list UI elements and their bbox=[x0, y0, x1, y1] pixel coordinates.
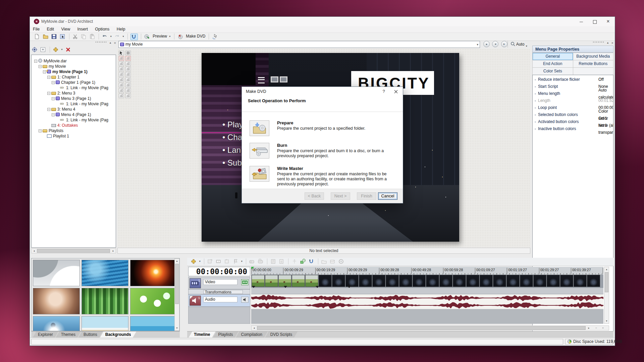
back-button[interactable]: < Back bbox=[305, 192, 324, 200]
background-thumbnail-blue-water[interactable] bbox=[82, 260, 128, 286]
align-tool-icon[interactable] bbox=[119, 72, 124, 77]
fit-to-time-button[interactable] bbox=[291, 258, 298, 264]
open-media-folder-button[interactable] bbox=[321, 258, 328, 264]
tab-backgrounds[interactable]: Backgrounds bbox=[100, 331, 137, 338]
scroll-right-icon[interactable]: ▸ bbox=[586, 326, 591, 330]
tree-item[interactable]: −Menu 4 (Page 1) bbox=[33, 112, 116, 117]
tree-item[interactable]: 1: Link - my Movie (Pag bbox=[33, 101, 116, 107]
dialog-close-button[interactable] bbox=[390, 87, 401, 96]
preview-dropdown-icon[interactable]: ▾ bbox=[169, 35, 170, 38]
overview-mode-icon[interactable] bbox=[32, 47, 38, 53]
help-pointer-icon[interactable] bbox=[212, 34, 218, 40]
tree-item[interactable]: −3: Menu 4 bbox=[33, 107, 116, 112]
new-project-button[interactable] bbox=[34, 34, 41, 40]
prepare-option[interactable]: Prepare bbox=[277, 120, 293, 125]
project-tree-hscrollbar[interactable]: ◂ ▸ bbox=[31, 248, 116, 253]
add-item-button[interactable] bbox=[53, 47, 59, 53]
copy-button[interactable] bbox=[80, 34, 87, 40]
align-tool-icon[interactable] bbox=[125, 88, 131, 93]
open-project-button[interactable] bbox=[43, 34, 49, 40]
zoom-control[interactable]: Auto ▾ bbox=[507, 41, 528, 48]
export-project-button[interactable] bbox=[279, 258, 285, 264]
write-master-option[interactable]: Write Master bbox=[277, 166, 303, 171]
property-value[interactable]: Off bbox=[598, 76, 604, 83]
video-frame-thumbnail[interactable] bbox=[453, 275, 466, 287]
timeline-ruler[interactable]: 00:00:00:0000:00:09:2900:00:19:2900:00:2… bbox=[251, 267, 603, 275]
background-thumbnail-beach-sand[interactable] bbox=[82, 316, 128, 331]
properties-tab-end-action[interactable]: End Action bbox=[533, 60, 573, 68]
expand-toggle-icon[interactable]: − bbox=[43, 70, 46, 73]
burn-option[interactable]: Burn bbox=[277, 143, 287, 148]
align-tool-icon[interactable] bbox=[125, 83, 131, 87]
scroll-right-icon[interactable]: ▸ bbox=[111, 249, 116, 253]
menu-page-selector[interactable]: my Movie ▾ bbox=[118, 41, 480, 48]
scroll-left-icon[interactable]: ◂ bbox=[32, 249, 37, 253]
expand-toggle-icon[interactable]: − bbox=[47, 92, 50, 95]
tree-item[interactable]: Playlist 1 bbox=[33, 133, 116, 139]
burn-dvd-button[interactable] bbox=[258, 258, 264, 264]
properties-tab-background-media[interactable]: Background Media bbox=[573, 53, 614, 60]
set-media-length-button[interactable] bbox=[300, 258, 307, 264]
minimize-button[interactable] bbox=[575, 17, 588, 26]
tab-explorer[interactable]: Explorer bbox=[33, 331, 58, 338]
properties-tab-general[interactable]: General bbox=[533, 53, 573, 60]
tab-buttons[interactable]: Buttons bbox=[78, 331, 103, 338]
align-tool-icon[interactable] bbox=[125, 67, 131, 71]
tree-item[interactable]: −my Movie bbox=[33, 64, 116, 69]
backgrounds-vscrollbar[interactable]: ▴ ▾ bbox=[174, 258, 179, 331]
background-thumbnail-gray-frame[interactable] bbox=[33, 260, 80, 286]
tree-item[interactable]: −Menu 3 (Page 1) bbox=[33, 96, 116, 101]
align-tool-icon[interactable] bbox=[119, 67, 124, 71]
scroll-left-icon[interactable]: ◂ bbox=[252, 326, 257, 330]
tree-item[interactable]: −1: Chapter 1 bbox=[33, 74, 116, 80]
transformations-lane[interactable] bbox=[251, 288, 603, 294]
collapse-panel-icon[interactable]: ▴ bbox=[110, 41, 111, 44]
selection-tool-icon[interactable] bbox=[119, 51, 124, 55]
video-frame-thumbnail[interactable] bbox=[278, 275, 291, 287]
video-frame-thumbnail[interactable] bbox=[413, 275, 426, 287]
insert-media-dropdown-icon[interactable]: ▾ bbox=[199, 260, 201, 263]
tab-compilation[interactable]: Compilation bbox=[235, 331, 267, 338]
scroll-up-icon[interactable]: ▴ bbox=[175, 259, 179, 263]
video-frame-thumbnail[interactable] bbox=[252, 275, 265, 287]
drag-handle-icon[interactable] bbox=[593, 42, 604, 43]
undo-button[interactable] bbox=[102, 34, 108, 40]
audio-track-header[interactable]: 1 Audio bbox=[188, 294, 250, 307]
properties-tab-remote-buttons[interactable]: Remote Buttons bbox=[573, 60, 614, 68]
finish-button[interactable]: Finish bbox=[357, 192, 376, 200]
close-button[interactable]: × bbox=[601, 17, 615, 26]
menu-edit[interactable]: Edit bbox=[44, 26, 57, 32]
disc-info-button[interactable] bbox=[338, 258, 345, 264]
background-thumbnail-green-collage[interactable] bbox=[130, 288, 177, 314]
expand-toggle-icon[interactable]: − bbox=[52, 81, 55, 84]
selector-dropdown-icon[interactable]: ▾ bbox=[477, 42, 478, 48]
background-thumbnail-bamboo[interactable] bbox=[82, 288, 128, 314]
maximize-button[interactable] bbox=[588, 17, 601, 26]
video-frame-thumbnail[interactable] bbox=[305, 275, 318, 287]
video-frame-thumbnail[interactable] bbox=[399, 275, 412, 287]
expand-toggle-icon[interactable]: − bbox=[39, 129, 42, 132]
insert-media-button[interactable] bbox=[191, 258, 197, 264]
show-buttons-icon[interactable] bbox=[40, 47, 47, 53]
draw-tool-icon[interactable] bbox=[125, 56, 131, 61]
timeline-hscrollbar[interactable]: ◂ ▸ − + bbox=[251, 325, 609, 330]
video-frame-thumbnail[interactable] bbox=[292, 275, 305, 287]
video-frame-thumbnail[interactable] bbox=[533, 275, 546, 287]
menu-options[interactable]: Options bbox=[92, 26, 112, 32]
save-media-button[interactable] bbox=[329, 258, 336, 264]
property-row[interactable]: Reduce interlace flickerOff bbox=[533, 76, 613, 83]
video-frame-thumbnail[interactable] bbox=[265, 275, 278, 287]
align-tool-icon[interactable] bbox=[119, 61, 124, 66]
menu-file[interactable]: File bbox=[30, 26, 43, 32]
insert-chapter-button[interactable] bbox=[207, 258, 214, 264]
properties-tab-empty[interactable] bbox=[573, 68, 614, 75]
close-panel-icon[interactable]: × bbox=[114, 41, 116, 45]
video-frame-thumbnail[interactable] bbox=[574, 275, 587, 287]
video-frame-thumbnail[interactable] bbox=[439, 275, 452, 287]
sizing-grid-icon[interactable] bbox=[125, 51, 131, 55]
background-thumbnail-hands[interactable] bbox=[33, 288, 80, 314]
tree-item[interactable]: −2: Menu 3 bbox=[33, 90, 116, 96]
video-track-header[interactable]: 1 Video bbox=[188, 277, 250, 289]
align-tool-icon[interactable] bbox=[125, 77, 131, 82]
video-track-name[interactable]: Video bbox=[203, 279, 237, 285]
